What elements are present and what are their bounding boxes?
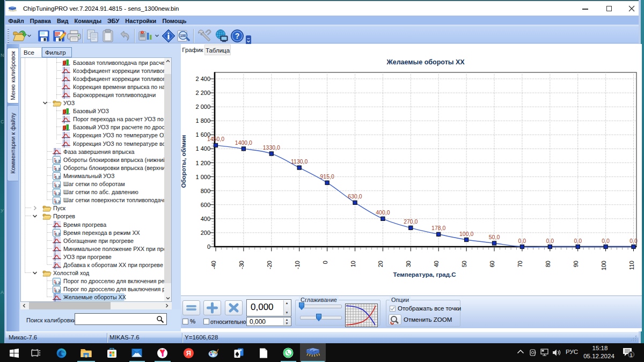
svg-text:400,0: 400,0: [376, 209, 390, 216]
svg-text:1.2: 1.2: [55, 175, 60, 180]
svg-text:Желаемые обороты ХХ: Желаемые обороты ХХ: [386, 58, 465, 66]
svg-text:?: ?: [235, 32, 240, 40]
svg-text:1 800: 1 800: [195, 117, 210, 124]
svg-text:100: 100: [180, 33, 186, 37]
svg-text:80: 80: [545, 261, 551, 267]
svg-text:0,0: 0,0: [546, 238, 554, 244]
svg-text:1.2: 1.2: [55, 191, 60, 196]
svg-text:60: 60: [489, 261, 495, 267]
svg-text:270,0: 270,0: [404, 218, 418, 225]
svg-text:0,0: 0,0: [602, 238, 610, 244]
svg-text:1.2: 1.2: [55, 183, 60, 188]
svg-text:Я: Я: [186, 349, 191, 357]
svg-text:0: 0: [207, 243, 210, 250]
svg-text:400: 400: [201, 216, 210, 222]
svg-text:40: 40: [433, 261, 440, 267]
svg-text:2 000: 2 000: [195, 104, 210, 110]
svg-text:0,0: 0,0: [518, 238, 526, 244]
svg-text:-40: -40: [210, 261, 217, 269]
svg-text:50: 50: [461, 261, 467, 267]
svg-text:1: 1: [630, 352, 632, 358]
svg-text:1 000: 1 000: [195, 174, 210, 180]
svg-text:0,0: 0,0: [574, 238, 582, 244]
svg-text:30: 30: [405, 261, 412, 267]
svg-text:600: 600: [201, 202, 210, 208]
svg-text:178,0: 178,0: [431, 225, 445, 231]
svg-text:2 200: 2 200: [195, 90, 210, 96]
svg-text:1.2: 1.2: [55, 232, 60, 237]
svg-text:90: 90: [573, 261, 579, 267]
svg-text:Температура, град.С: Температура, град.С: [393, 271, 456, 278]
svg-text:1.2: 1.2: [55, 288, 60, 293]
svg-text:1130,0: 1130,0: [291, 158, 308, 165]
svg-text:110: 110: [628, 261, 635, 270]
svg-text:Обороты, об/мин: Обороты, об/мин: [181, 135, 187, 188]
svg-text:10: 10: [350, 261, 356, 267]
svg-text:2 400: 2 400: [195, 76, 210, 82]
svg-text:1 200: 1 200: [195, 160, 210, 166]
svg-text:-30: -30: [238, 261, 245, 269]
svg-text:200: 200: [201, 230, 210, 236]
svg-text:70: 70: [517, 261, 523, 267]
svg-text:630,0: 630,0: [348, 193, 362, 200]
svg-text:-20: -20: [266, 261, 273, 269]
svg-text:1 400: 1 400: [195, 145, 210, 152]
svg-text:1330,0: 1330,0: [263, 144, 280, 151]
svg-text:1.2: 1.2: [55, 199, 60, 204]
svg-text:100: 100: [601, 261, 607, 270]
svg-text:-10: -10: [294, 261, 301, 269]
svg-text:50,0: 50,0: [489, 234, 500, 240]
svg-text:1.2: 1.2: [55, 159, 60, 164]
svg-text:1450,0: 1450,0: [207, 136, 224, 142]
svg-text:800: 800: [201, 188, 210, 194]
svg-text:1.2: 1.2: [55, 280, 60, 285]
svg-text:915,0: 915,0: [320, 173, 334, 180]
svg-text:0: 0: [322, 261, 328, 264]
svg-text:20: 20: [377, 261, 384, 267]
svg-text:0,0: 0,0: [630, 238, 638, 244]
svg-text:1.2: 1.2: [55, 167, 60, 172]
svg-text:100,0: 100,0: [459, 231, 473, 237]
svg-text:1400,0: 1400,0: [235, 139, 252, 146]
